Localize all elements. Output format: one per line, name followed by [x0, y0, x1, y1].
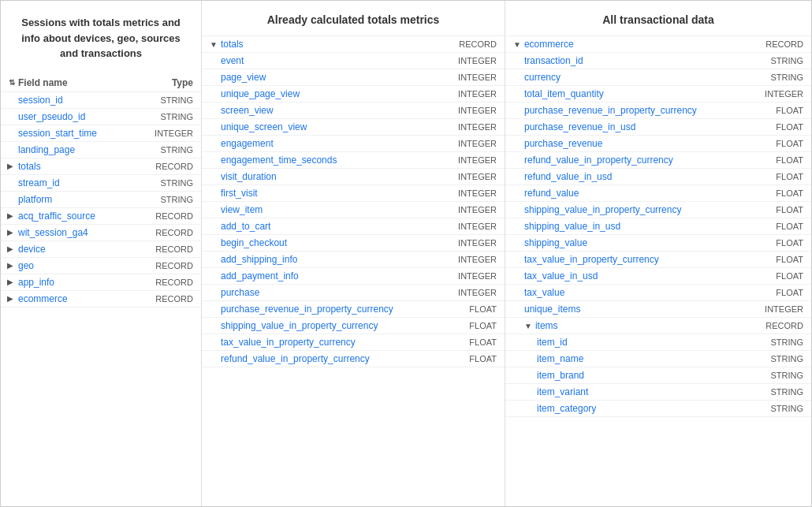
data-type-label: FLOAT	[740, 288, 803, 297]
data-field-link[interactable]: screen_view	[221, 105, 434, 116]
data-field-link[interactable]: add_to_cart	[221, 221, 434, 232]
right-data-row: total_item_quantityINTEGER	[505, 86, 811, 103]
left-row: session_start_timeINTEGER	[1, 125, 201, 142]
data-field-link[interactable]: refund_value_in_property_currency	[221, 353, 434, 364]
data-field-link[interactable]: view_item	[221, 204, 434, 215]
data-field-link[interactable]: purchase_revenue	[524, 138, 740, 149]
left-row: platformSTRING	[1, 192, 201, 208]
data-type-label: STRING	[740, 56, 803, 65]
field-type-label: STRING	[138, 112, 193, 121]
data-field-link[interactable]: unique_items	[524, 304, 740, 315]
data-field-link[interactable]: add_shipping_info	[221, 254, 434, 265]
data-field-link[interactable]: tax_value_in_usd	[524, 270, 740, 281]
data-field-link[interactable]: purchase	[221, 287, 434, 298]
field-type-header: Type	[138, 77, 193, 88]
data-type-label: INTEGER	[434, 106, 497, 115]
field-name-link[interactable]: acq_traffic_source	[18, 211, 138, 222]
data-type-label: INTEGER	[434, 139, 497, 148]
data-field-link[interactable]: shipping_value	[524, 237, 740, 248]
expand-icon[interactable]: ▶	[7, 244, 15, 253]
field-name-link[interactable]: geo	[18, 260, 138, 271]
right-data-row: purchase_revenue_in_usdFLOAT	[505, 119, 811, 136]
data-field-link[interactable]: purchase_revenue_in_property_currency	[221, 304, 434, 315]
expand-icon[interactable]: ▶	[7, 228, 15, 237]
middle-data-row: page_viewINTEGER	[202, 69, 505, 86]
sort-icon: ⇅	[9, 78, 15, 87]
field-name-link[interactable]: stream_id	[18, 177, 138, 188]
expand-icon[interactable]: ▶	[7, 278, 15, 286]
data-field-link[interactable]: item_brand	[537, 370, 740, 381]
data-field-link[interactable]: engagement	[221, 138, 434, 149]
right-data-row: ▼ecommerceRECORD	[505, 36, 811, 53]
middle-data-row: unique_screen_viewINTEGER	[202, 119, 505, 136]
expand-icon[interactable]: ▶	[7, 211, 15, 220]
data-field-link[interactable]: shipping_value_in_property_currency	[221, 320, 434, 331]
data-type-label: FLOAT	[434, 321, 497, 330]
middle-data-row: add_payment_infoINTEGER	[202, 268, 505, 285]
data-field-link[interactable]: engagement_time_seconds	[221, 155, 434, 166]
data-field-link[interactable]: purchase_revenue_in_property_currency	[524, 105, 740, 116]
data-field-link[interactable]: total_item_quantity	[524, 88, 740, 99]
data-type-label: FLOAT	[740, 188, 803, 198]
data-field-link[interactable]: transaction_id	[524, 55, 740, 66]
data-field-link[interactable]: shipping_value_in_property_currency	[524, 204, 740, 215]
data-field-link[interactable]: item_name	[537, 353, 740, 364]
data-field-link[interactable]: totals	[221, 39, 434, 50]
right-data-row: refund_valueFLOAT	[505, 185, 811, 202]
field-name-link[interactable]: totals	[18, 161, 138, 172]
field-name-link[interactable]: user_pseudo_id	[18, 111, 138, 122]
left-row: ▶wit_session_ga4RECORD	[1, 225, 201, 241]
data-field-link[interactable]: unique_screen_view	[221, 121, 434, 132]
data-type-label: INTEGER	[434, 222, 497, 231]
data-type-label: INTEGER	[434, 288, 497, 297]
middle-data-row: add_to_cartINTEGER	[202, 218, 505, 235]
arrow-icon: ▼	[210, 40, 218, 49]
data-field-link[interactable]: unique_page_view	[221, 88, 434, 99]
field-type-label: STRING	[138, 195, 193, 204]
data-field-link[interactable]: first_visit	[221, 188, 434, 199]
data-field-link[interactable]: page_view	[221, 72, 434, 83]
middle-rows: ▼totalsRECORDeventINTEGERpage_viewINTEGE…	[202, 36, 505, 367]
field-name-link[interactable]: device	[18, 244, 138, 255]
data-field-link[interactable]: item_id	[537, 337, 740, 348]
data-field-link[interactable]: tax_value	[524, 287, 740, 298]
left-row: user_pseudo_idSTRING	[1, 109, 201, 125]
field-name-link[interactable]: session_id	[18, 95, 138, 106]
data-field-link[interactable]: ecommerce	[524, 39, 740, 50]
expand-icon[interactable]: ▶	[7, 261, 15, 270]
data-field-link[interactable]: tax_value_in_property_currency	[221, 337, 434, 348]
middle-data-row: purchaseINTEGER	[202, 285, 505, 301]
field-name-link[interactable]: wit_session_ga4	[18, 227, 138, 238]
field-name-link[interactable]: ecommerce	[18, 293, 138, 304]
right-data-row: tax_valueFLOAT	[505, 285, 811, 301]
data-type-label: INTEGER	[434, 271, 497, 281]
data-field-link[interactable]: refund_value_in_property_currency	[524, 155, 740, 166]
data-field-link[interactable]: item_category	[537, 403, 740, 414]
field-type-label: STRING	[138, 178, 193, 188]
field-type-label: RECORD	[138, 261, 193, 270]
field-name-link[interactable]: app_info	[18, 277, 138, 288]
field-name-link[interactable]: platform	[18, 194, 138, 205]
field-name-link[interactable]: landing_page	[18, 144, 138, 155]
data-type-label: INTEGER	[434, 188, 497, 198]
data-field-link[interactable]: shipping_value_in_usd	[524, 221, 740, 232]
data-field-link[interactable]: currency	[524, 72, 740, 83]
left-row: stream_idSTRING	[1, 175, 201, 192]
data-field-link[interactable]: begin_checkout	[221, 237, 434, 248]
right-data-row: item_variantSTRING	[505, 384, 811, 401]
data-field-link[interactable]: refund_value_in_usd	[524, 171, 740, 182]
data-field-link[interactable]: item_variant	[537, 386, 740, 397]
expand-icon[interactable]: ▶	[7, 294, 15, 303]
data-field-link[interactable]: event	[221, 55, 434, 66]
expand-icon[interactable]: ▶	[7, 162, 15, 170]
field-type-label: RECORD	[138, 278, 193, 287]
data-field-link[interactable]: refund_value	[524, 188, 740, 199]
data-field-link[interactable]: tax_value_in_property_currency	[524, 254, 740, 265]
data-field-link[interactable]: items	[535, 320, 740, 331]
right-panel-title: All transactional data	[505, 1, 811, 36]
field-name-link[interactable]: session_start_time	[18, 128, 138, 139]
data-field-link[interactable]: add_payment_info	[221, 270, 434, 281]
data-field-link[interactable]: purchase_revenue_in_usd	[524, 121, 740, 132]
right-data-row: unique_itemsINTEGER	[505, 301, 811, 318]
data-field-link[interactable]: visit_duration	[221, 171, 434, 182]
